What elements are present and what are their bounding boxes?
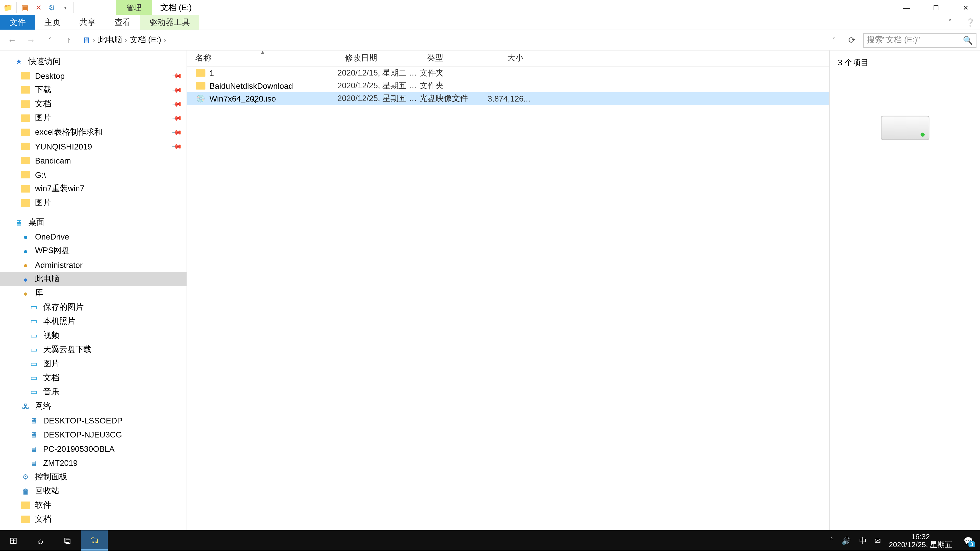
chevron-right-icon[interactable]: › bbox=[125, 36, 127, 44]
maximize-button[interactable]: ☐ bbox=[921, 0, 951, 15]
tray-app-icon[interactable]: ✉ bbox=[875, 536, 881, 545]
qat-settings-icon[interactable]: ⚙ bbox=[45, 1, 59, 14]
folder-icon bbox=[20, 500, 31, 510]
tree-library-item[interactable]: ▭本机照片 bbox=[0, 314, 186, 328]
qat-properties-icon[interactable]: ▣ bbox=[18, 1, 32, 14]
chevron-right-icon[interactable]: › bbox=[93, 36, 95, 44]
file-row[interactable]: 💿Win7x64_2020.iso2020/12/25, 星期五 1...光盘映… bbox=[187, 92, 829, 105]
tree-quick-item[interactable]: G:\ bbox=[0, 168, 186, 182]
minimize-button[interactable]: — bbox=[892, 0, 921, 15]
tree-quick-item[interactable]: Bandicam bbox=[0, 154, 186, 168]
tree-desktop-item[interactable]: ●此电脑 bbox=[0, 272, 186, 286]
tray-time: 16:32 bbox=[912, 532, 930, 540]
column-date[interactable]: 修改日期 bbox=[337, 52, 419, 64]
start-button[interactable]: ⊞ bbox=[0, 530, 27, 551]
address-bar: ← → ˅ ↑ 🖥 › 此电脑 › 文档 (E:) › ˅ ⟳ 搜索"文档 (E… bbox=[0, 30, 980, 51]
tree-network[interactable]: 🖧网络 bbox=[0, 399, 186, 413]
tree-library-item[interactable]: ▭保存的图片 bbox=[0, 300, 186, 314]
folder-icon bbox=[20, 99, 31, 110]
tab-home[interactable]: 主页 bbox=[35, 15, 70, 30]
tree-quick-item[interactable]: YUNQISHI2019📌 bbox=[0, 139, 186, 153]
tree-library-item[interactable]: ▭天翼云盘下载 bbox=[0, 343, 186, 357]
tab-drive-tools[interactable]: 驱动器工具 bbox=[140, 15, 199, 30]
file-date: 2020/12/15, 星期二 1... bbox=[337, 67, 420, 79]
tree-documents[interactable]: 文档 bbox=[0, 512, 186, 526]
tree-library-item[interactable]: ▭文档 bbox=[0, 371, 186, 385]
folder-icon bbox=[20, 514, 31, 525]
tree-quick-item[interactable]: Desktop📌 bbox=[0, 68, 186, 83]
help-icon[interactable]: ❔ bbox=[960, 15, 980, 30]
breadcrumb[interactable]: 🖥 › 此电脑 › 文档 (E:) › ˅ bbox=[80, 35, 840, 46]
tree-quick-item[interactable]: 图片📌 bbox=[0, 111, 186, 125]
tree-quick-item[interactable]: excel表格制作求和📌 bbox=[0, 125, 186, 139]
folder-icon bbox=[195, 68, 206, 78]
tree-quick-item[interactable]: 文档📌 bbox=[0, 97, 186, 111]
tree-desktop[interactable]: 🖥桌面 bbox=[0, 215, 186, 229]
refresh-button[interactable]: ⟳ bbox=[843, 35, 861, 45]
tray-notifications-icon[interactable]: 💬3 bbox=[960, 532, 977, 548]
navigation-tree[interactable]: ★快速访问 Desktop📌下载📌文档📌图片📌excel表格制作求和📌YUNQI… bbox=[0, 51, 187, 531]
tree-item-label: 本机照片 bbox=[43, 316, 76, 327]
file-row[interactable]: BaiduNetdiskDownload2020/12/25, 星期五 1...… bbox=[187, 79, 829, 92]
breadcrumb-root-icon[interactable]: 🖥 bbox=[82, 35, 90, 45]
pin-icon: 📌 bbox=[172, 98, 183, 110]
tree-item-label: DESKTOP-LSSOEDP bbox=[43, 416, 123, 425]
contextual-tab-label: 管理 bbox=[116, 0, 152, 15]
tree-library-item[interactable]: ▭视频 bbox=[0, 329, 186, 343]
tree-recycle-bin[interactable]: 🗑回收站 bbox=[0, 484, 186, 498]
tree-network-item[interactable]: 🖥PC-20190530OBLA bbox=[0, 441, 186, 456]
tree-quick-item[interactable]: 下载📌 bbox=[0, 83, 186, 97]
nav-forward-button[interactable]: → bbox=[23, 32, 39, 48]
tree-library-item[interactable]: ▭图片 bbox=[0, 357, 186, 371]
tree-item-icon: ▭ bbox=[28, 330, 39, 341]
tree-network-item[interactable]: 🖥ZMT2019 bbox=[0, 456, 186, 470]
pin-icon: 📌 bbox=[172, 113, 183, 124]
tab-file[interactable]: 文件 bbox=[0, 15, 35, 30]
folder-icon bbox=[20, 197, 31, 208]
task-view-button[interactable]: ⧉ bbox=[54, 530, 81, 551]
tree-desktop-item[interactable]: ●WPS网盘 bbox=[0, 244, 186, 258]
tree-desktop-item[interactable]: ●库 bbox=[0, 286, 186, 300]
nav-back-button[interactable]: ← bbox=[4, 32, 20, 48]
file-type: 光盘映像文件 bbox=[420, 93, 488, 104]
tree-software[interactable]: 软件 bbox=[0, 498, 186, 512]
tree-item-icon: ▭ bbox=[28, 359, 39, 369]
breadcrumb-dropdown-icon[interactable]: ˅ bbox=[827, 36, 840, 44]
close-button[interactable]: ✕ bbox=[951, 0, 980, 15]
breadcrumb-drive[interactable]: 文档 (E:) bbox=[130, 35, 161, 46]
breadcrumb-root[interactable]: 此电脑 bbox=[98, 35, 122, 46]
tab-share[interactable]: 共享 bbox=[70, 15, 105, 30]
tree-desktop-item[interactable]: ●OneDrive bbox=[0, 230, 186, 244]
qat-delete-icon[interactable]: ✕ bbox=[32, 1, 45, 14]
tree-quick-access[interactable]: ★快速访问 bbox=[0, 55, 186, 68]
column-size[interactable]: 大小 bbox=[487, 52, 529, 64]
tree-item-label: ZMT2019 bbox=[43, 458, 78, 468]
app-icon[interactable]: 📁 bbox=[1, 1, 15, 14]
tree-network-item[interactable]: 🖥DESKTOP-NJEU3CG bbox=[0, 427, 186, 441]
chevron-right-icon[interactable]: › bbox=[164, 36, 166, 44]
column-type[interactable]: 类型 bbox=[419, 52, 487, 64]
file-rows[interactable]: ↖ 12020/12/15, 星期二 1...文件夹BaiduNetdiskDo… bbox=[187, 67, 829, 105]
qat-dropdown-icon[interactable]: ▾ bbox=[59, 1, 72, 14]
nav-recent-dropdown[interactable]: ˅ bbox=[42, 32, 58, 48]
drive-icon bbox=[881, 116, 929, 140]
search-input[interactable]: 搜索"文档 (E:)" 🔍 bbox=[863, 33, 977, 48]
tree-network-item[interactable]: 🖥DESKTOP-LSSOEDP bbox=[0, 413, 186, 427]
tree-library-item[interactable]: ▭音乐 bbox=[0, 385, 186, 399]
tray-overflow-icon[interactable]: ˄ bbox=[830, 536, 834, 545]
file-row[interactable]: 12020/12/15, 星期二 1...文件夹 bbox=[187, 67, 829, 79]
tray-clock[interactable]: 16:32 2020/12/25, 星期五 bbox=[889, 532, 953, 548]
nav-up-button[interactable]: ↑ bbox=[60, 32, 76, 48]
tray-volume-icon[interactable]: 🔊 bbox=[842, 536, 851, 545]
ribbon-expand-icon[interactable]: ˅ bbox=[940, 15, 960, 30]
tray-ime-icon[interactable]: 中 bbox=[859, 535, 867, 546]
tree-item-label: 图片 bbox=[35, 113, 51, 124]
tree-quick-item[interactable]: 图片 bbox=[0, 196, 186, 210]
taskbar-explorer[interactable]: 🗂 bbox=[81, 530, 108, 551]
tree-quick-item[interactable]: win7重装win7 bbox=[0, 182, 186, 196]
search-button[interactable]: ⌕ bbox=[27, 530, 54, 551]
tree-desktop-item[interactable]: ●Administrator bbox=[0, 258, 186, 272]
tree-control-panel[interactable]: ⚙控制面板 bbox=[0, 470, 186, 484]
search-icon[interactable]: 🔍 bbox=[963, 35, 973, 45]
tab-view[interactable]: 查看 bbox=[105, 15, 140, 30]
